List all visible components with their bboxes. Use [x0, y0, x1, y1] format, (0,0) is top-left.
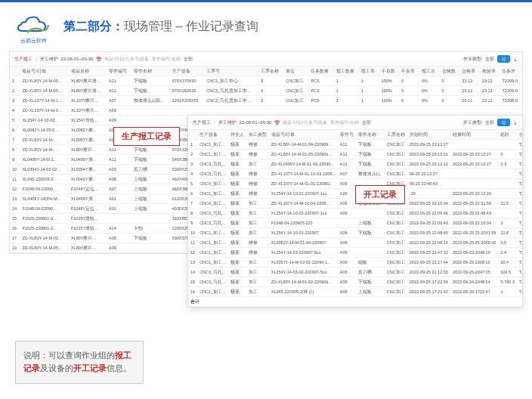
search-button-2[interactable]: Q	[497, 119, 510, 126]
tab-production-report-2[interactable]: 生产报工	[193, 119, 211, 126]
col-header: 生产设备	[170, 66, 204, 76]
col-header: 生产设备	[197, 130, 228, 140]
table-row[interactable]: 4ZD-XL107Y-14-M-0...XL107Y擦片...A09	[10, 106, 522, 116]
table-row[interactable]: 12CNC1_加工...杨某维修XL254Y-14-03-220907-5coA…	[188, 248, 522, 258]
col-header: 零件号	[338, 130, 356, 140]
page-title: 第二部分：现场管理 – 作业记录查询	[63, 19, 258, 35]
total-row: 合计5237.550	[188, 297, 522, 307]
table-row[interactable]: 2ZD-XL80Y-14-M-05...XL80Y擦片滑...A11下端板570…	[10, 86, 522, 96]
table-row[interactable]: 8CNC3_马扎...杨某加工XL254Y-14-10-03-220907-1c…	[188, 209, 522, 218]
col-header: 报工率	[359, 66, 379, 76]
table-row[interactable]: 14CNC3_马扎...杨某加工XL254Y-14-03-02-220907-5…	[188, 268, 522, 277]
table-row[interactable]: 9CNC3_马扎...杨某加工F1048-04-220905-225上端板CNC…	[188, 218, 522, 228]
explain-pre: 说明：可以查询作业组的	[23, 351, 115, 360]
main-toolbar: 生产报工 | 开工维护 22-08-01~09-30 📅 项目/计划/任务号/设…	[10, 52, 522, 66]
search-input-2[interactable]: 零件编号/名称	[152, 56, 181, 63]
col-header: 检验率	[480, 66, 500, 76]
col-header: 作业人	[228, 130, 246, 140]
col-header: 合格率	[459, 66, 480, 76]
col-header: 任务数量	[308, 66, 333, 76]
table-row[interactable]: 4CNC3_马扎...杨某维修ZD-XL107Y-14-M-01-10-03-2…	[188, 169, 522, 179]
col-header: 耗时	[498, 130, 516, 140]
col-header: 任务开	[500, 66, 522, 76]
start-type-value[interactable]: 全部	[485, 119, 494, 126]
table-row[interactable]: 16CNC1_加工...杨某加工XL045-220905-2(终止)A08上端板…	[188, 287, 522, 297]
col-header: 开始时间	[407, 130, 450, 140]
overlay-panel: 生产报工 | 开工维护 22-08-01~09-30 📅 项目/计划/任务号/设…	[187, 115, 523, 308]
col-header: 结束时间	[450, 130, 499, 140]
table-row[interactable]: 10CNC1_加工...杨某加工XL254Y-14-10-03-220907A0…	[188, 228, 522, 238]
col-header: 工序名称	[258, 66, 283, 76]
calendar-icon-2[interactable]: 📅	[274, 120, 280, 125]
col-header: 零件名称	[131, 66, 169, 76]
tab-start-work[interactable]: 开工维护	[40, 56, 58, 63]
filter-all[interactable]: 全部	[184, 56, 193, 63]
table-row[interactable]: 15CNC3_马扎...杨某加工ZD-XL80Y-14-M-01-02-2209…	[188, 277, 522, 287]
col-header: 报工数量	[334, 66, 359, 76]
tab-production-report[interactable]: 生产报工	[14, 56, 32, 63]
col-header: 项目号/订单	[20, 66, 68, 76]
explain-kw2: 开工记录	[73, 363, 107, 373]
col-header: 项目名称	[69, 66, 107, 76]
table-row[interactable]: 2CNC1_加工...杨某维修ZD-XL80Y-14-M-01-05-22090…	[188, 150, 522, 159]
col-header: 单位	[283, 66, 308, 76]
table-row[interactable]: 1CNC1_加工...杨某维修ZD-XL80Y-14-M-01-04-22090…	[188, 140, 522, 150]
title-section: 第二部分：	[63, 20, 124, 32]
table-row[interactable]: 3CNC3_马扎...杨某加工ZD-XL0409Y-14-M-01-06-220…	[188, 159, 522, 169]
tab-start-work-2[interactable]: 开工维护	[218, 119, 237, 126]
export-icon-2[interactable]: ⭳	[513, 120, 518, 125]
logo-icon	[17, 10, 50, 37]
callout-production-report: 生产报工记录	[113, 127, 180, 146]
col-header	[188, 130, 197, 140]
col-header: 报工次	[419, 66, 440, 76]
col-header: 不良率	[399, 66, 419, 76]
overlay-table: 生产设备作业人加工类型项目号/订单零件号零件名称工序名称开始时间结束时间耗时任务…	[188, 130, 522, 307]
logo: 云易云软件	[15, 8, 51, 45]
job-type-label: 作业类型:	[463, 56, 483, 63]
col-header: 合格数	[440, 66, 460, 76]
search-input-1[interactable]: 项目/计划/任务号/设备	[104, 56, 149, 63]
search-input-3[interactable]: 项目/计划/任务号/设备	[283, 119, 327, 126]
col-header: 工序号	[204, 66, 258, 76]
logo-text: 云易云软件	[15, 37, 51, 45]
col-header	[10, 66, 20, 76]
date-range-2[interactable]: 22-08-01~09-30	[240, 120, 272, 125]
col-header: 任务单号	[517, 130, 522, 140]
title-desc: 现场管理 – 作业记录查询	[124, 20, 258, 32]
col-header: 工序名称	[385, 130, 407, 140]
table-row[interactable]: 3ZD-XL107Y-14-M-1...XL107Y擦片...A07整体滑头L(…	[10, 96, 522, 106]
search-input-4[interactable]: 零件编号/名称	[330, 119, 359, 126]
col-header: 零件名称	[356, 130, 385, 140]
table-row[interactable]: 11CNC1_加工...杨某维修XL0082Y-14-M-01-04-22090…	[188, 238, 522, 248]
table-row[interactable]: 13CNC1_加工...杨某加工XL0057Y-14-M-02-02-22090…	[188, 258, 522, 268]
explanation-box: 说明：可以查询作业组的报工记录及设备的开工记录信息。	[15, 341, 144, 384]
calendar-icon[interactable]: 📅	[96, 57, 101, 62]
explain-mid: 及设备的	[40, 363, 73, 373]
overlay-toolbar: 生产报工 | 开工维护 22-08-01~09-30 📅 项目/计划/任务号/设…	[188, 116, 522, 130]
col-header: 不良数	[379, 66, 400, 76]
header: 云易云软件 第二部分：现场管理 – 作业记录查询	[0, 2, 532, 48]
job-type-value[interactable]: 全部	[485, 56, 494, 63]
col-header: 零件编号	[107, 66, 131, 76]
date-range[interactable]: 22-08-01~09-30	[61, 57, 94, 61]
export-icon[interactable]: ⭳	[513, 57, 518, 61]
table-row[interactable]: 1ZD-XL80Y-14-M-05...XL80Y擦片滑...A11下端板570…	[10, 76, 522, 86]
callout-start-work: 开工记录	[355, 185, 405, 204]
filter-all-2[interactable]: 全部	[362, 119, 371, 126]
start-type-label: 开工类型:	[463, 119, 483, 126]
explain-post: 信息。	[107, 363, 131, 373]
col-header: 项目号/订单	[269, 130, 338, 140]
col-header: 加工类型	[246, 130, 269, 140]
search-button[interactable]: Q	[497, 55, 510, 63]
